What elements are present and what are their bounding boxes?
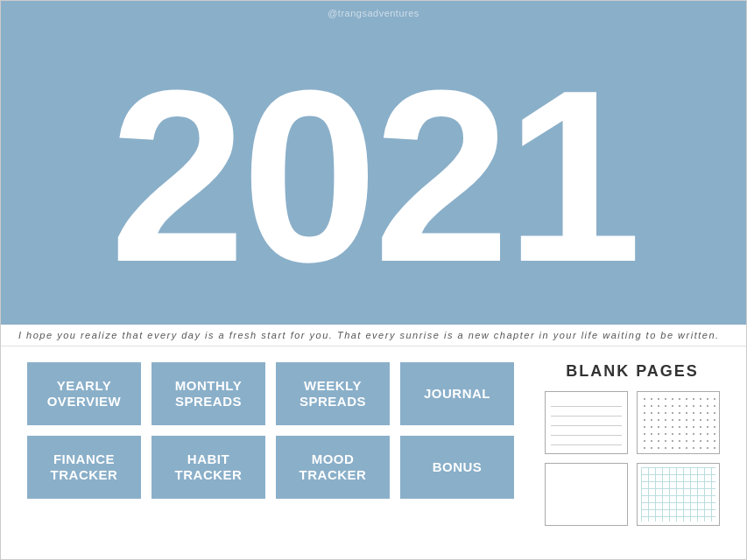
buttons-row-2: FINANCETRACKER HABITTRACKER MOODTRACKER …: [27, 436, 514, 499]
year-display: 2021: [109, 53, 638, 298]
mood-tracker-button[interactable]: MOODTRACKER: [276, 436, 390, 499]
buttons-row-1: YEARLYOVERVIEW MONTHLYSPREADS WEEKLYSPRE…: [27, 362, 514, 425]
journal-button[interactable]: JOURNAL: [400, 362, 514, 425]
grid-page-thumb[interactable]: [637, 463, 720, 526]
page-wrapper: @trangsadventures 2021 I hope you realiz…: [0, 0, 747, 560]
buttons-area: YEARLYOVERVIEW MONTHLYSPREADS WEEKLYSPRE…: [27, 362, 514, 499]
finance-tracker-button[interactable]: FINANCETRACKER: [27, 436, 141, 499]
plain-page-thumb[interactable]: [545, 463, 628, 526]
quote-text: I hope you realize that every day is a f…: [18, 330, 720, 340]
yearly-overview-button[interactable]: YEARLYOVERVIEW: [27, 362, 141, 425]
dotted-page-thumb[interactable]: [637, 391, 720, 454]
blank-pages-area: BLANK PAGES: [532, 362, 733, 526]
weekly-spreads-button[interactable]: WEEKLYSPREADS: [276, 362, 390, 425]
lined-page-thumb[interactable]: [545, 391, 628, 454]
habit-tracker-button[interactable]: HABITTRACKER: [152, 436, 265, 499]
bottom-section: YEARLYOVERVIEW MONTHLYSPREADS WEEKLYSPRE…: [1, 346, 746, 535]
blank-pages-title: BLANK PAGES: [566, 362, 699, 381]
hero-section: @trangsadventures 2021: [1, 1, 746, 325]
watermark: @trangsadventures: [328, 8, 419, 18]
blank-pages-grid: [545, 391, 720, 526]
quote-bar: I hope you realize that every day is a f…: [1, 325, 746, 346]
bonus-button[interactable]: BONUS: [400, 436, 514, 499]
monthly-spreads-button[interactable]: MONTHLYSPREADS: [152, 362, 265, 425]
